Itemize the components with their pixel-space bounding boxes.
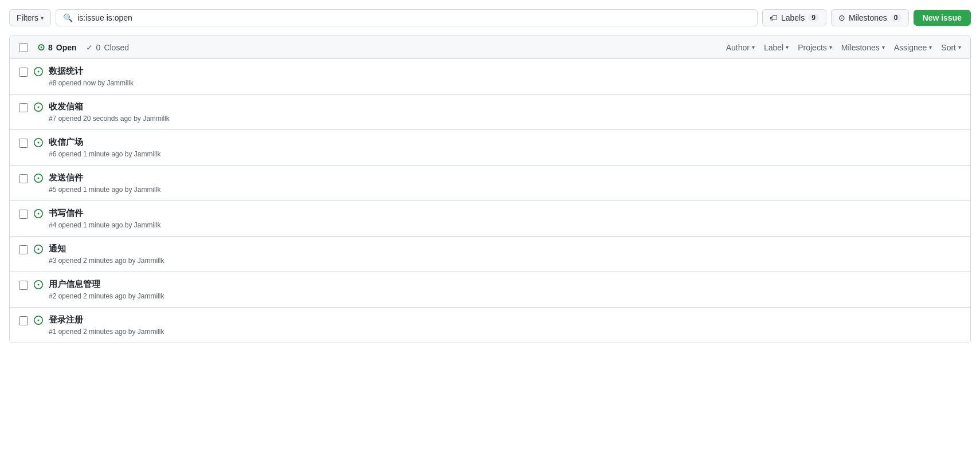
projects-filter-label: Projects bbox=[798, 43, 827, 52]
issue-meta: #6 opened 1 minute ago by Jammillk bbox=[49, 150, 961, 158]
table-row: 登录注册 #1 opened 2 minutes ago by Jammillk bbox=[10, 308, 970, 343]
assignee-filter-label: Assignee bbox=[894, 43, 927, 52]
issue-open-icon bbox=[34, 67, 43, 78]
issues-list: 数据统计 #8 opened now by Jammillk 收发信箱 #7 o… bbox=[10, 59, 970, 343]
table-row: 收信广场 #6 opened 1 minute ago by Jammillk bbox=[10, 130, 970, 166]
issue-checkbox[interactable] bbox=[19, 68, 28, 77]
closed-count-filter[interactable]: ✓ 0 Closed bbox=[86, 43, 129, 52]
issues-header-left: ⊙ 8 Open ✓ 0 Closed bbox=[19, 42, 719, 53]
issue-checkbox[interactable] bbox=[19, 245, 28, 254]
filters-chevron-icon: ▾ bbox=[41, 15, 44, 21]
open-circle-icon: ⊙ bbox=[37, 42, 45, 53]
issues-header: ⊙ 8 Open ✓ 0 Closed Author ▾ Label ▾ Pro… bbox=[10, 36, 970, 59]
issue-open-icon bbox=[34, 280, 43, 291]
milestones-button[interactable]: ⊙ Milestones 0 bbox=[831, 9, 909, 26]
assignee-chevron-icon: ▾ bbox=[929, 44, 932, 50]
issue-checkbox[interactable] bbox=[19, 316, 28, 325]
issues-container: ⊙ 8 Open ✓ 0 Closed Author ▾ Label ▾ Pro… bbox=[9, 36, 971, 343]
sort-button[interactable]: Sort ▾ bbox=[941, 43, 961, 52]
milestones-filter-chevron-icon: ▾ bbox=[882, 44, 885, 50]
open-label: Open bbox=[56, 43, 77, 52]
new-issue-button[interactable]: New issue bbox=[914, 10, 971, 26]
table-row: 数据统计 #8 opened now by Jammillk bbox=[10, 59, 970, 95]
toolbar: Filters ▾ 🔍 🏷 Labels 9 ⊙ Milestones 0 Ne… bbox=[9, 9, 971, 26]
author-filter-label: Author bbox=[726, 43, 750, 52]
milestones-icon: ⊙ bbox=[838, 13, 845, 22]
closed-check-icon: ✓ bbox=[86, 43, 93, 52]
table-row: 发送信件 #5 opened 1 minute ago by Jammillk bbox=[10, 166, 970, 201]
issue-meta: #5 opened 1 minute ago by Jammillk bbox=[49, 186, 961, 194]
issue-open-icon bbox=[34, 138, 43, 149]
closed-count-number: 0 bbox=[96, 43, 101, 52]
table-row: 用户信息管理 #2 opened 2 minutes ago by Jammil… bbox=[10, 272, 970, 308]
issue-meta: #2 opened 2 minutes ago by Jammillk bbox=[49, 292, 961, 300]
issue-title[interactable]: 发送信件 bbox=[49, 172, 961, 183]
label-tag-icon: 🏷 bbox=[770, 13, 778, 22]
issue-title[interactable]: 登录注册 bbox=[49, 314, 961, 325]
issues-header-right: Author ▾ Label ▾ Projects ▾ Milestones ▾… bbox=[726, 43, 961, 52]
labels-label: Labels bbox=[781, 13, 805, 22]
projects-chevron-icon: ▾ bbox=[829, 44, 832, 50]
open-count-number: 8 bbox=[48, 43, 53, 52]
milestones-count-badge: 0 bbox=[891, 14, 901, 22]
filters-button[interactable]: Filters ▾ bbox=[9, 9, 51, 26]
issue-content: 收信广场 #6 opened 1 minute ago by Jammillk bbox=[49, 137, 961, 158]
select-all-checkbox[interactable] bbox=[19, 43, 28, 52]
issue-content: 书写信件 #4 opened 1 minute ago by Jammillk bbox=[49, 208, 961, 229]
assignee-filter-button[interactable]: Assignee ▾ bbox=[894, 43, 932, 52]
issue-title[interactable]: 收信广场 bbox=[49, 137, 961, 148]
issue-checkbox[interactable] bbox=[19, 210, 28, 219]
milestones-filter-label: Milestones bbox=[841, 43, 880, 52]
issue-title[interactable]: 收发信箱 bbox=[49, 101, 961, 112]
issue-open-icon bbox=[34, 103, 43, 113]
issue-meta: #1 opened 2 minutes ago by Jammillk bbox=[49, 328, 961, 336]
issue-meta: #3 opened 2 minutes ago by Jammillk bbox=[49, 257, 961, 265]
search-input[interactable] bbox=[77, 13, 750, 22]
issue-content: 登录注册 #1 opened 2 minutes ago by Jammillk bbox=[49, 314, 961, 336]
milestones-label: Milestones bbox=[849, 13, 887, 22]
open-count-filter[interactable]: ⊙ 8 Open bbox=[37, 42, 77, 53]
label-chevron-icon: ▾ bbox=[786, 44, 789, 50]
closed-label: Closed bbox=[104, 43, 129, 52]
label-filter-button[interactable]: Label ▾ bbox=[764, 43, 789, 52]
author-filter-button[interactable]: Author ▾ bbox=[726, 43, 755, 52]
search-box: 🔍 bbox=[56, 9, 758, 26]
issue-content: 发送信件 #5 opened 1 minute ago by Jammillk bbox=[49, 172, 961, 194]
issue-title[interactable]: 用户信息管理 bbox=[49, 279, 961, 290]
issue-content: 通知 #3 opened 2 minutes ago by Jammillk bbox=[49, 243, 961, 265]
sort-chevron-icon: ▾ bbox=[958, 44, 961, 50]
table-row: 通知 #3 opened 2 minutes ago by Jammillk bbox=[10, 237, 970, 272]
issue-title[interactable]: 通知 bbox=[49, 243, 961, 254]
label-filter-label: Label bbox=[764, 43, 783, 52]
table-row: 书写信件 #4 opened 1 minute ago by Jammillk bbox=[10, 201, 970, 237]
search-icon: 🔍 bbox=[63, 13, 73, 22]
issue-open-icon bbox=[34, 245, 43, 255]
issue-content: 用户信息管理 #2 opened 2 minutes ago by Jammil… bbox=[49, 279, 961, 300]
issue-checkbox[interactable] bbox=[19, 281, 28, 290]
filters-label: Filters bbox=[17, 13, 38, 22]
labels-button[interactable]: 🏷 Labels 9 bbox=[762, 9, 826, 26]
new-issue-label: New issue bbox=[923, 13, 962, 22]
issue-content: 数据统计 #8 opened now by Jammillk bbox=[49, 66, 961, 87]
issue-open-icon bbox=[34, 209, 43, 220]
issue-meta: #7 opened 20 seconds ago by Jammillk bbox=[49, 115, 961, 123]
milestones-filter-button[interactable]: Milestones ▾ bbox=[841, 43, 885, 52]
issue-checkbox[interactable] bbox=[19, 139, 28, 148]
issue-checkbox[interactable] bbox=[19, 103, 28, 112]
projects-filter-button[interactable]: Projects ▾ bbox=[798, 43, 832, 52]
issue-title[interactable]: 数据统计 bbox=[49, 66, 961, 77]
issue-title[interactable]: 书写信件 bbox=[49, 208, 961, 219]
issue-open-icon bbox=[34, 174, 43, 184]
labels-count-badge: 9 bbox=[808, 14, 819, 22]
sort-label: Sort bbox=[941, 43, 956, 52]
issue-meta: #4 opened 1 minute ago by Jammillk bbox=[49, 221, 961, 229]
table-row: 收发信箱 #7 opened 20 seconds ago by Jammill… bbox=[10, 95, 970, 130]
issue-open-icon bbox=[34, 316, 43, 327]
author-chevron-icon: ▾ bbox=[752, 44, 755, 50]
issue-content: 收发信箱 #7 opened 20 seconds ago by Jammill… bbox=[49, 101, 961, 123]
issue-meta: #8 opened now by Jammillk bbox=[49, 79, 961, 87]
issue-checkbox[interactable] bbox=[19, 174, 28, 183]
